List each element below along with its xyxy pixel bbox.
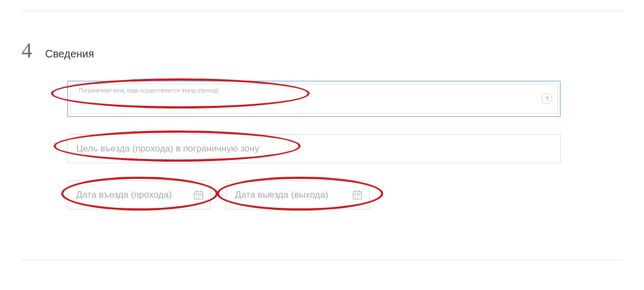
section-header: 4 Сведения: [21, 38, 94, 63]
border-zone-wrapper: Пограничная зона, куда осуществляется въ…: [67, 81, 561, 117]
form-area: Пограничная зона, куда осуществляется въ…: [67, 81, 561, 209]
border-zone-row: Пограничная зона, куда осуществляется въ…: [67, 81, 561, 117]
section-title: Сведения: [45, 48, 94, 60]
exit-date-input[interactable]: [226, 180, 370, 209]
purpose-row: [67, 134, 561, 163]
bottom-divider: [21, 260, 623, 260]
purpose-input[interactable]: [67, 134, 561, 163]
purpose-wrapper: [67, 134, 561, 163]
step-number: 4: [21, 38, 32, 63]
date-row: [67, 180, 561, 209]
exit-date-wrapper: [226, 180, 370, 209]
entry-date-input[interactable]: [67, 180, 211, 209]
help-icon[interactable]: ?: [541, 93, 552, 104]
top-divider: [21, 11, 623, 11]
border-zone-input[interactable]: [70, 84, 558, 114]
entry-date-wrapper: [67, 180, 211, 209]
